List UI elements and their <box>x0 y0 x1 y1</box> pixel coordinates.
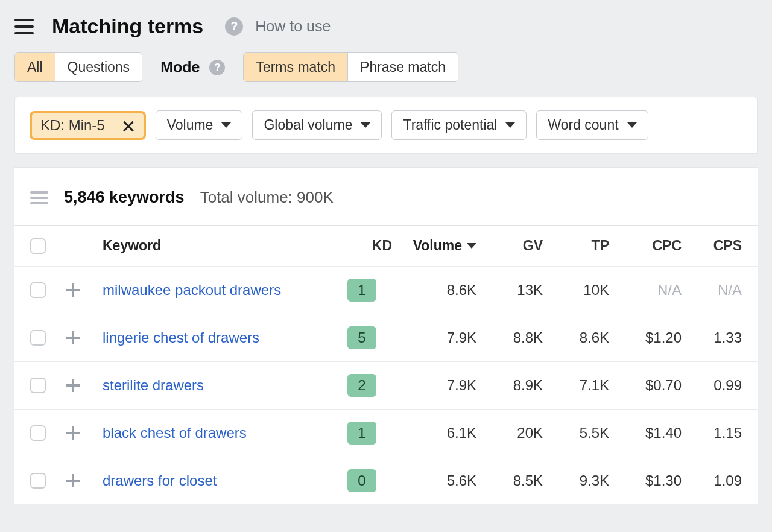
expand-icon[interactable] <box>66 379 80 392</box>
keyword-link[interactable]: lingerie chest of drawers <box>103 329 332 346</box>
page-title: Matching terms <box>52 14 203 38</box>
chevron-down-icon <box>627 122 637 128</box>
cell-tp: 8.6K <box>543 329 609 346</box>
keyword-link[interactable]: drawers for closet <box>103 472 332 489</box>
tab-phrase-match[interactable]: Phrase match <box>347 53 458 81</box>
table-row: black chest of drawers16.1K20K5.5K$1.401… <box>14 409 758 457</box>
cell-volume: 6.1K <box>392 425 476 442</box>
keyword-link[interactable]: milwaukee packout drawers <box>103 282 332 299</box>
expand-icon[interactable] <box>66 331 80 344</box>
tab-questions[interactable]: Questions <box>55 53 142 81</box>
expand-icon[interactable] <box>66 283 80 297</box>
filter-volume-label: Volume <box>167 117 214 133</box>
row-checkbox[interactable] <box>30 282 46 298</box>
mode-label-text: Mode <box>160 59 200 76</box>
cell-cps: 1.09 <box>682 472 742 489</box>
close-icon[interactable] <box>122 119 135 132</box>
cell-gv: 13K <box>476 282 543 299</box>
hamburger-icon[interactable] <box>14 19 34 34</box>
col-cps[interactable]: CPS <box>682 238 742 254</box>
col-tp[interactable]: TP <box>543 238 609 254</box>
expand-icon[interactable] <box>66 426 80 440</box>
cell-tp: 5.5K <box>543 425 609 442</box>
row-checkbox[interactable] <box>30 330 46 346</box>
view-toggle-group: All Questions <box>14 52 142 82</box>
row-checkbox[interactable] <box>30 378 46 393</box>
chevron-down-icon <box>505 122 515 128</box>
cell-cpc: $1.30 <box>609 472 682 489</box>
row-checkbox[interactable] <box>30 473 46 489</box>
col-volume[interactable]: Volume <box>392 238 476 254</box>
filter-chip-kd[interactable]: KD: Min-5 <box>30 111 146 140</box>
col-cpc[interactable]: CPC <box>609 238 682 254</box>
cell-gv: 8.5K <box>476 472 543 489</box>
keyword-link[interactable]: sterilite drawers <box>103 377 332 394</box>
filter-traffic-potential[interactable]: Traffic potential <box>391 110 527 140</box>
cell-gv: 8.9K <box>476 377 543 394</box>
cell-gv: 8.8K <box>476 329 543 346</box>
cell-volume: 5.6K <box>392 472 476 489</box>
filter-volume[interactable]: Volume <box>156 110 243 140</box>
col-gv[interactable]: GV <box>476 238 543 254</box>
table-header: Keyword KD Volume GV TP CPC CPS <box>14 225 758 266</box>
kd-badge: 0 <box>347 469 376 492</box>
expand-icon[interactable] <box>66 474 80 487</box>
tab-all[interactable]: All <box>15 53 55 81</box>
cell-cps: N/A <box>682 282 742 299</box>
tab-terms-match[interactable]: Terms match <box>244 53 347 81</box>
how-to-use-link[interactable]: How to use <box>255 17 331 35</box>
cell-volume: 7.9K <box>392 377 476 394</box>
row-checkbox[interactable] <box>30 425 46 441</box>
table-row: sterilite drawers27.9K8.9K7.1K$0.700.99 <box>14 361 758 409</box>
table-row: milwaukee packout drawers18.6K13K10KN/AN… <box>14 266 758 314</box>
filter-global-volume-label: Global volume <box>264 117 352 133</box>
kd-badge: 1 <box>347 279 376 302</box>
cell-cps: 1.15 <box>682 425 742 442</box>
table-row: lingerie chest of drawers57.9K8.8K8.6K$1… <box>14 314 758 361</box>
mode-label: Mode ? <box>160 59 225 76</box>
sort-desc-icon <box>467 243 476 249</box>
filter-chip-label: KD: Min-5 <box>40 117 105 134</box>
cell-cpc: $1.20 <box>609 329 682 346</box>
cell-tp: 10K <box>543 282 609 299</box>
keyword-link[interactable]: black chest of drawers <box>103 425 332 442</box>
select-all-checkbox[interactable] <box>30 238 46 254</box>
mode-toggle-group: Terms match Phrase match <box>243 52 458 82</box>
filter-traffic-potential-label: Traffic potential <box>403 117 497 133</box>
table-row: drawers for closet05.6K8.5K9.3K$1.301.09 <box>14 457 758 504</box>
chevron-down-icon <box>361 122 370 128</box>
results-panel: 5,846 keywords Total volume: 900K Keywor… <box>14 167 758 504</box>
col-kd[interactable]: KD <box>332 238 392 254</box>
filter-panel: KD: Min-5 Volume Global volume Traffic p… <box>14 97 758 154</box>
keywords-table: Keyword KD Volume GV TP CPC CPS milwauke… <box>14 225 758 504</box>
filter-word-count-label: Word count <box>548 117 618 133</box>
cell-tp: 7.1K <box>543 377 609 394</box>
kd-badge: 1 <box>347 422 376 445</box>
filter-word-count[interactable]: Word count <box>536 110 648 140</box>
kd-badge: 5 <box>347 326 376 349</box>
cell-tp: 9.3K <box>543 472 609 489</box>
keyword-count: 5,846 keywords <box>64 188 185 207</box>
cell-cps: 1.33 <box>682 329 742 346</box>
total-volume: Total volume: 900K <box>200 188 334 207</box>
cell-volume: 8.6K <box>392 282 476 299</box>
cell-cpc: $1.40 <box>609 425 682 442</box>
cell-volume: 7.9K <box>392 329 476 346</box>
help-icon[interactable]: ? <box>225 17 243 36</box>
density-icon[interactable] <box>30 191 48 204</box>
help-icon-mode[interactable]: ? <box>209 60 225 75</box>
col-volume-label: Volume <box>413 238 462 254</box>
chevron-down-icon <box>221 122 231 128</box>
cell-cps: 0.99 <box>682 377 742 394</box>
cell-cpc: N/A <box>609 282 682 299</box>
col-keyword[interactable]: Keyword <box>103 238 332 254</box>
cell-cpc: $0.70 <box>609 377 682 394</box>
cell-gv: 20K <box>476 425 543 442</box>
filter-global-volume[interactable]: Global volume <box>252 110 382 140</box>
kd-badge: 2 <box>347 374 376 397</box>
